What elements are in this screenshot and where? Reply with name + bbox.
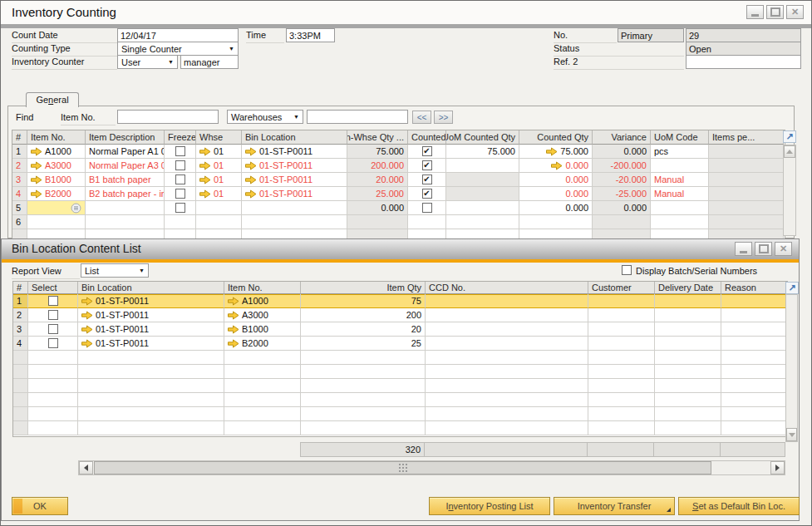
cell-variance[interactable]: 0.000 (593, 201, 651, 215)
find-prev-button[interactable]: << (412, 111, 431, 124)
cell-qty[interactable]: 75 (301, 294, 426, 308)
cell-item_no[interactable]: A3000 (224, 308, 301, 322)
link-arrow-icon[interactable] (81, 325, 93, 334)
cell-bin[interactable] (242, 201, 347, 215)
col-header-delivery[interactable]: Delivery Date (655, 282, 721, 294)
cell-counted_qty[interactable]: 0.000 (519, 187, 593, 201)
cell-reason[interactable] (721, 294, 786, 308)
cell-reason[interactable] (721, 393, 786, 407)
cell-select[interactable] (28, 322, 78, 337)
link-arrow-icon[interactable] (81, 339, 93, 348)
col-header-num[interactable]: # (12, 130, 27, 145)
cell-uom_code[interactable]: Manual (651, 187, 709, 201)
cell-num[interactable]: 6 (12, 215, 27, 229)
cell-desc[interactable]: B2 batch paper - int (86, 187, 165, 201)
cell-delivery[interactable] (655, 294, 721, 308)
cell-freeze[interactable] (165, 201, 196, 215)
cell-inwhse[interactable] (347, 215, 408, 229)
cell-qty[interactable]: 20 (301, 322, 426, 337)
cell-num[interactable] (13, 421, 28, 435)
cell-ccd[interactable] (426, 421, 588, 435)
cell-num[interactable] (13, 365, 28, 379)
cell-uom_cq[interactable] (446, 201, 519, 215)
col-header-qty[interactable]: Item Qty (301, 282, 426, 294)
cell-customer[interactable] (588, 393, 655, 407)
cell-reason[interactable] (721, 351, 786, 365)
cell-reason[interactable] (721, 421, 786, 435)
cell-item_no[interactable]: B1000 (224, 322, 301, 337)
cell-uom_cq[interactable] (446, 187, 519, 201)
cell-item_no[interactable] (224, 407, 301, 421)
cell-delivery[interactable] (655, 337, 721, 351)
cell-item_no[interactable]: B1000 (27, 173, 86, 187)
cell-uom_cq[interactable]: 75.000 (446, 145, 519, 159)
cell-uom_code[interactable] (651, 215, 709, 229)
cell-customer[interactable] (588, 308, 655, 322)
cell-bin[interactable] (78, 407, 224, 421)
checkbox[interactable] (48, 338, 58, 348)
cell-counted_qty[interactable]: 0.000 (519, 159, 593, 173)
ref2-input[interactable] (686, 55, 801, 69)
link-arrow-icon[interactable] (31, 189, 42, 199)
col-header-items_per[interactable]: Items pe... (709, 130, 784, 145)
cell-reason[interactable] (721, 365, 786, 379)
cell-bin[interactable] (242, 215, 347, 229)
cell-num[interactable]: 2 (12, 159, 27, 173)
cell-freeze[interactable] (165, 215, 196, 229)
cell-delivery[interactable] (655, 308, 721, 322)
cell-ccd[interactable] (426, 379, 588, 393)
link-arrow-icon[interactable] (81, 297, 93, 306)
cell-item_no[interactable]: B2000 (224, 337, 301, 351)
inventory-posting-list-button[interactable]: Inventory Posting List (429, 497, 550, 515)
cell-customer[interactable] (588, 351, 655, 365)
cell-select[interactable] (28, 294, 78, 308)
link-arrow-icon[interactable] (228, 311, 239, 320)
col-header-ccd[interactable]: CCD No. (426, 282, 588, 294)
cell-customer[interactable] (588, 294, 655, 308)
cell-delivery[interactable] (655, 421, 721, 435)
counting-type-select[interactable]: Single Counter ▼ (117, 42, 239, 56)
cell-select[interactable] (28, 421, 78, 435)
cell-delivery[interactable] (655, 393, 721, 407)
cell-whse[interactable]: 01 (196, 145, 242, 159)
cell-variance[interactable] (593, 215, 651, 229)
cell-reason[interactable] (721, 407, 786, 421)
cell-uom_cq[interactable] (446, 215, 519, 229)
cell-freeze[interactable] (165, 173, 196, 187)
cell-freeze[interactable] (165, 187, 196, 201)
cell-desc[interactable] (86, 215, 165, 229)
cell-freeze[interactable] (165, 145, 196, 159)
cell-ccd[interactable] (426, 365, 588, 379)
col-header-uom_code[interactable]: UoM Code (651, 130, 709, 145)
link-arrow-icon[interactable] (245, 189, 257, 199)
cell-uom_code[interactable]: Manual (651, 173, 709, 187)
cell-ccd[interactable] (426, 351, 588, 365)
cell-qty[interactable] (301, 351, 426, 365)
cell-bin[interactable] (78, 393, 224, 407)
cell-counted[interactable]: ✔ (408, 187, 446, 201)
report-view-select[interactable]: List ▼ (81, 263, 149, 278)
link-arrow-icon[interactable] (199, 189, 211, 199)
checkbox[interactable]: ✔ (422, 146, 432, 156)
checkbox[interactable]: ✔ (422, 175, 432, 184)
cell-variance[interactable]: -25.000 (593, 187, 651, 201)
cell-customer[interactable] (588, 421, 655, 435)
warehouses-select[interactable]: Warehouses ▼ (227, 110, 303, 124)
cell-inwhse[interactable]: 0.000 (347, 201, 408, 215)
cell-inwhse[interactable]: 20.000 (347, 173, 408, 187)
selection-list-icon[interactable] (71, 203, 81, 214)
cell-item_no[interactable]: A1000 (27, 145, 86, 159)
cell-select[interactable] (28, 351, 78, 365)
time-input[interactable] (286, 28, 335, 42)
col-header-desc[interactable]: Item Description (86, 130, 165, 145)
checkbox[interactable] (48, 324, 58, 334)
no-series-field[interactable] (618, 28, 684, 42)
cell-item_no[interactable]: A1000 (224, 294, 301, 308)
minimize-button[interactable] (746, 5, 764, 19)
scroll-up-button[interactable] (784, 145, 795, 158)
cell-ccd[interactable] (426, 407, 588, 421)
cell-delivery[interactable] (655, 322, 721, 337)
cell-qty[interactable] (301, 379, 426, 393)
cell-counted_qty[interactable]: 0.000 (519, 201, 593, 215)
cell-num[interactable]: 1 (13, 294, 28, 308)
